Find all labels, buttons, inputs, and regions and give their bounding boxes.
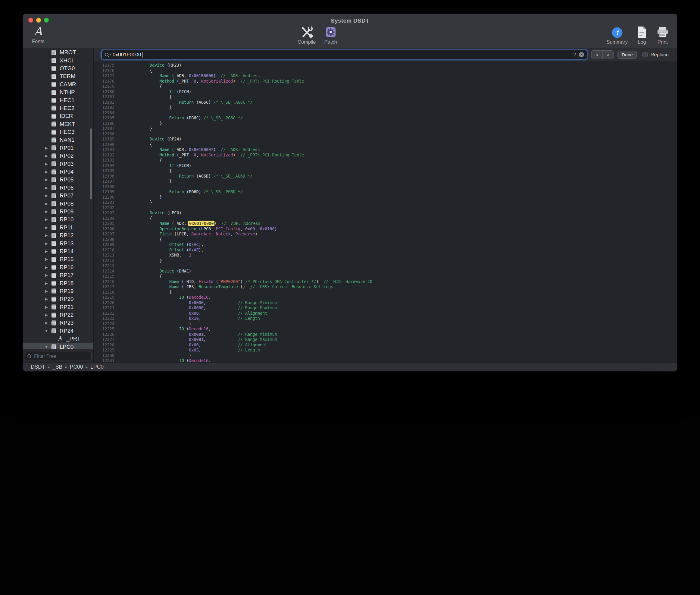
patch-button[interactable]: Patch <box>325 25 337 45</box>
code-line[interactable]: 12201 } <box>94 200 677 205</box>
disclosure-triangle-icon[interactable]: ▶ <box>42 303 51 311</box>
disclosure-triangle-icon[interactable]: ▶ <box>42 192 51 200</box>
sidebar-item-rp14[interactable]: ▶RP14 <box>23 248 93 255</box>
sidebar-item-rp01[interactable]: ▶RP01 <box>23 144 93 152</box>
disclosure-triangle-icon[interactable]: ▶ <box>42 176 51 183</box>
clear-icon[interactable] <box>579 52 584 57</box>
sidebar-item-rp03[interactable]: ▶RP03 <box>23 160 93 168</box>
code-line[interactable]: 12195 { <box>94 168 677 174</box>
disclosure-triangle-icon[interactable]: ▶ <box>42 144 51 152</box>
sidebar-item-rp02[interactable]: ▶RP02 <box>23 152 93 160</box>
code-line[interactable]: 12180 If (PICM) <box>94 89 677 95</box>
code-line[interactable]: 12189 Device (RP24) <box>94 137 677 142</box>
breadcrumb-item[interactable]: DSDT <box>31 364 45 370</box>
code-line[interactable]: 12207 Field (LPCB, DWordAcc, NoLock, Pre… <box>94 231 677 237</box>
code-line[interactable]: 12191 Name (_ADR, 0x001B0007) // _ADR: A… <box>94 147 677 152</box>
sidebar-item-rp16[interactable]: ▶RP16 <box>23 263 93 271</box>
code-line[interactable]: 12208 { <box>94 237 677 242</box>
code-editor[interactable]: 12175 Device (RP23)12176 {12177 Name (_A… <box>94 62 677 362</box>
code-line[interactable]: 12185 Return (PG6C) /* \_SB_.PG6C */ <box>94 115 677 121</box>
done-button[interactable]: Done <box>617 51 637 59</box>
sidebar-item-nthp[interactable]: NTHP <box>23 88 93 96</box>
sidebar-item-hec2[interactable]: HEC2 <box>23 104 93 112</box>
sidebar-item-rp11[interactable]: ▶RP11 <box>23 224 93 231</box>
sidebar-item-ider[interactable]: IDER <box>23 112 93 120</box>
disclosure-triangle-icon[interactable]: ▶ <box>42 208 51 216</box>
code-line[interactable]: 12218 { <box>94 290 677 295</box>
code-line[interactable]: 12186 } <box>94 121 677 126</box>
code-line[interactable]: 12182 Return (AG6C) /* \_SB_.AG6C */ <box>94 100 677 105</box>
code-line[interactable]: 12212 } <box>94 258 677 263</box>
sidebar-item-rp20[interactable]: ▶RP20 <box>23 295 93 303</box>
breadcrumb-item[interactable]: _SB <box>53 364 62 370</box>
code-line[interactable]: 12202 <box>94 205 677 211</box>
code-line[interactable]: 12181 { <box>94 94 677 100</box>
code-line[interactable]: 12177 Name (_ADR, 0x001B0006) // _ADR: A… <box>94 73 677 79</box>
code-line[interactable]: 12221 0x0000, // Range Maximum <box>94 305 677 311</box>
code-line[interactable]: 12219 IO (Decode16, <box>94 295 677 300</box>
filter-tree-input[interactable] <box>25 352 92 360</box>
disclosure-triangle-icon[interactable]: ▼ <box>42 327 51 335</box>
sidebar-item-rp08[interactable]: ▶RP08 <box>23 200 93 207</box>
breadcrumb-item[interactable]: PC00 <box>70 364 83 370</box>
code-line[interactable]: 12224 ) <box>94 321 677 327</box>
code-line[interactable]: 12217 Name (_CRS, ResourceTemplate () //… <box>94 284 677 290</box>
sidebar-item-otg0[interactable]: OTG0 <box>23 64 93 72</box>
sidebar-item-rp09[interactable]: ▶RP09 <box>23 208 93 216</box>
replace-checkbox[interactable] <box>642 52 647 57</box>
sidebar-item-rp17[interactable]: ▶RP17 <box>23 271 93 279</box>
sidebar-item-rp22[interactable]: ▶RP22 <box>23 311 93 319</box>
disclosure-triangle-icon[interactable]: ▶ <box>42 255 51 263</box>
code-line[interactable]: 12187 } <box>94 126 677 132</box>
disclosure-triangle-icon[interactable]: ▶ <box>42 224 51 231</box>
disclosure-triangle-icon[interactable]: ▶ <box>42 239 51 248</box>
code-line[interactable]: 12223 0x10, // Length <box>94 316 677 321</box>
sidebar-item-nan1[interactable]: NAN1 <box>23 136 93 144</box>
sidebar-item-term[interactable]: TERM <box>23 72 93 80</box>
disclosure-triangle-icon[interactable]: ▶ <box>42 248 51 255</box>
code-line[interactable]: 12226 0x0081, // Range Minimum <box>94 332 677 337</box>
sidebar-item-rp19[interactable]: ▶RP19 <box>23 287 93 295</box>
disclosure-triangle-icon[interactable]: ▶ <box>42 287 51 295</box>
disclosure-triangle-icon[interactable]: ▶ <box>42 216 51 223</box>
sidebar-item-rp23[interactable]: ▶RP23 <box>23 319 93 327</box>
disclosure-triangle-icon[interactable]: ▶ <box>42 279 51 287</box>
code-line[interactable]: 12205 Name (_ADR, 0x001F0000) // _ADR: A… <box>94 221 677 226</box>
sidebar-item-rp13[interactable]: ▶RP13 <box>23 239 93 247</box>
sidebar-item-rp10[interactable]: ▶RP10 <box>23 216 93 223</box>
code-line[interactable]: 12206 OperationRegion (LPCB, PCI_Config,… <box>94 226 677 232</box>
code-line[interactable]: 12213 <box>94 263 677 268</box>
code-line[interactable]: 12178 Method (_PRT, 0, NotSerialized) //… <box>94 79 677 84</box>
code-line[interactable]: 12190 { <box>94 142 677 147</box>
code-line[interactable]: 12198 <box>94 184 677 190</box>
code-line[interactable]: 12222 0x00, // Alignment <box>94 311 677 316</box>
zoom-button[interactable] <box>44 18 49 23</box>
sidebar-item-rp15[interactable]: ▶RP15 <box>23 255 93 263</box>
summary-button[interactable]: i Summary <box>606 25 628 45</box>
breadcrumb-item[interactable]: LPC0 <box>90 364 103 370</box>
code-line[interactable]: 12230 ) <box>94 353 677 359</box>
sidebar-item-rp21[interactable]: ▶RP21 <box>23 303 93 311</box>
code-line[interactable]: 12214 Device (DMAC) <box>94 268 677 274</box>
sidebar-item-rp04[interactable]: ▶RP04 <box>23 168 93 176</box>
sidebar-item-rp05[interactable]: ▶RP05 <box>23 176 93 183</box>
code-line[interactable]: 12203 Device (LPC0) <box>94 210 677 216</box>
code-line[interactable]: 12176 { <box>94 68 677 74</box>
code-line[interactable]: 12211 XSMB, 1 <box>94 253 677 258</box>
code-line[interactable]: 12220 0x0000, // Range Minimum <box>94 300 677 306</box>
disclosure-triangle-icon[interactable]: ▶ <box>42 311 51 319</box>
sidebar-item-rp24[interactable]: ▼RP24 <box>23 327 93 335</box>
disclosure-triangle-icon[interactable]: ▶ <box>42 271 51 279</box>
next-match-button[interactable]: > <box>602 51 613 59</box>
sidebar-item-xhci[interactable]: XHCI <box>23 56 93 64</box>
code-line[interactable]: 12216 Name (_HID, EisaId ("PNP0200") /* … <box>94 279 677 285</box>
code-line[interactable]: 12204 { <box>94 216 677 221</box>
disclosure-triangle-icon[interactable]: ▶ <box>42 200 51 208</box>
code-line[interactable]: 12179 { <box>94 84 677 89</box>
sidebar-item-mrot[interactable]: MROT <box>23 49 93 56</box>
title-bar[interactable]: System DSDT <box>23 14 677 27</box>
disclosure-triangle-icon[interactable]: ▼ <box>42 343 51 349</box>
disclosure-triangle-icon[interactable]: ▶ <box>42 160 51 168</box>
code-line[interactable]: 12196 Return (AG6D) /* \_SB_.AG6D */ <box>94 174 677 179</box>
sidebar-item-rp18[interactable]: ▶RP18 <box>23 279 93 287</box>
